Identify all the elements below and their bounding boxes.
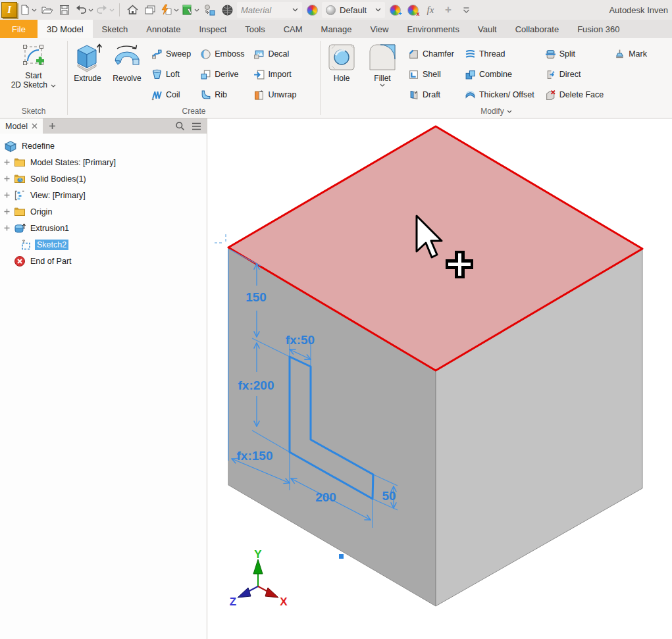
rib-icon (200, 89, 211, 101)
expand-icon[interactable] (3, 159, 11, 165)
import-button[interactable]: Import (251, 66, 298, 83)
open-button[interactable] (39, 2, 55, 18)
draft-button[interactable]: Draft (406, 86, 456, 103)
tab-3d-model[interactable]: 3D Model (38, 20, 93, 38)
thicken-offset-button[interactable]: Thicken/ Offset (463, 86, 536, 103)
chamfer-button[interactable]: Chamfer (406, 45, 456, 63)
axis-triad: Y Z X (230, 548, 288, 608)
tab-cam[interactable]: CAM (274, 20, 312, 38)
decal-icon (253, 49, 265, 60)
material-dropdown[interactable]: Material (237, 2, 302, 18)
material-browser-button[interactable] (304, 2, 320, 18)
panel-modify: Hole Fillet Chamfer (321, 38, 672, 118)
expand-icon[interactable] (3, 209, 11, 215)
customize-caret-icon (463, 7, 470, 13)
tab-sketch[interactable]: Sketch (93, 20, 138, 38)
emboss-button[interactable]: Emboss (198, 45, 246, 63)
loft-icon (151, 69, 163, 80)
tab-environments[interactable]: Environments (398, 20, 469, 38)
tree-item-end-of-part[interactable]: End of Part (0, 253, 207, 269)
shell-button[interactable]: Shell (406, 66, 456, 83)
iproperties-button[interactable] (201, 2, 217, 18)
panel-label-modify[interactable]: Modify (321, 105, 672, 118)
mark-button[interactable]: Mark (612, 45, 649, 63)
direct-button[interactable]: Direct (543, 66, 606, 83)
add-command-button[interactable]: + (440, 2, 456, 18)
decal-button[interactable]: Decal (251, 45, 298, 63)
sweep-button[interactable]: Sweep (149, 45, 193, 63)
derive-button[interactable]: Derive (198, 66, 246, 83)
tree-item-model-states[interactable]: Model States: [Primary] (0, 154, 207, 170)
quick-launch-button[interactable] (160, 2, 179, 18)
browser-tab-model[interactable]: Model (0, 118, 43, 134)
import-icon (253, 69, 265, 80)
sketch-point[interactable] (339, 554, 344, 559)
tree-item-view[interactable]: View: [Primary] (0, 187, 207, 203)
appearance-dropdown[interactable]: Default (322, 2, 385, 18)
tab-vault[interactable]: Vault (469, 20, 506, 38)
tab-manage[interactable]: Manage (312, 20, 361, 38)
start-2d-sketch-button[interactable]: Start 2D Sketch (9, 41, 59, 91)
tab-tools[interactable]: Tools (236, 20, 274, 38)
render-button[interactable] (219, 2, 235, 18)
browser-add-tab-button[interactable] (43, 118, 62, 134)
tree-item-extrusion1[interactable]: Extrusion1 (0, 220, 207, 236)
clear-appearance-button[interactable]: x (405, 2, 421, 18)
create-column-1: Sweep Loft Coil (149, 41, 193, 103)
extrude-button[interactable]: Extrude (70, 41, 105, 85)
tab-fusion-360[interactable]: Fusion 360 (568, 20, 629, 38)
appearance-override-button[interactable] (181, 2, 199, 18)
appearance-dropdown-value: Default (340, 5, 371, 15)
lightning-icon (160, 4, 173, 16)
thicken-offset-icon (465, 89, 476, 101)
save-button[interactable] (57, 2, 72, 18)
delete-face-button[interactable]: Delete Face (543, 86, 606, 103)
search-icon[interactable] (175, 121, 185, 131)
browser-menu-icon[interactable] (192, 122, 201, 130)
panel-label-sketch: Sketch (0, 105, 67, 118)
split-icon (545, 49, 556, 60)
split-button[interactable]: Split (543, 45, 606, 63)
tab-file[interactable]: File (0, 20, 38, 38)
rib-button[interactable]: Rib (198, 86, 246, 103)
loft-button[interactable]: Loft (149, 66, 193, 83)
mark-icon (614, 49, 625, 60)
tab-collaborate[interactable]: Collaborate (506, 20, 569, 38)
home-button[interactable] (124, 2, 140, 18)
dim-fx150-label: fx:150 (237, 449, 273, 463)
undo-button[interactable] (74, 2, 93, 18)
tree-item-origin[interactable]: Origin (0, 203, 207, 220)
chevron-down-icon (194, 9, 199, 12)
tab-view[interactable]: View (361, 20, 398, 38)
extrude-icon (72, 42, 103, 72)
expand-icon[interactable] (3, 225, 11, 231)
switch-window-button[interactable] (142, 2, 158, 18)
coil-button[interactable]: Coil (149, 86, 193, 103)
customize-qat-button[interactable] (458, 2, 474, 18)
close-icon[interactable] (32, 123, 38, 129)
tab-annotate[interactable]: Annotate (137, 20, 190, 38)
revolve-icon (112, 42, 142, 72)
tab-inspect[interactable]: Inspect (190, 20, 236, 38)
thread-button[interactable]: Thread (463, 45, 536, 63)
combine-button[interactable]: Combine (463, 66, 536, 83)
home-icon (126, 4, 139, 16)
tree-item-sketch2[interactable]: Sketch2 (0, 236, 207, 253)
app-logo-button[interactable]: I (1, 2, 17, 18)
expand-icon[interactable] (3, 176, 11, 182)
redo-button[interactable] (95, 2, 115, 18)
shell-icon (408, 69, 419, 80)
parameters-button[interactable]: fx (423, 2, 438, 18)
hole-button[interactable]: Hole (324, 41, 359, 85)
create-column-3: Decal Import Unwrap (251, 41, 298, 103)
tree-item-part[interactable]: Redefine (0, 138, 207, 154)
fillet-button[interactable]: Fillet (365, 41, 400, 88)
adjust-appearance-button[interactable]: + (387, 2, 403, 18)
new-file-button[interactable] (19, 2, 37, 18)
tree-item-solid-bodies[interactable]: Solid Bodies(1) (0, 170, 207, 187)
revolve-button[interactable]: Revolve (110, 41, 144, 85)
extrusion-icon (14, 222, 26, 234)
unwrap-button[interactable]: Unwrap (251, 86, 298, 103)
expand-icon[interactable] (3, 192, 11, 198)
viewport-3d[interactable]: 150 fx:50 fx:200 fx:150 200 50 Y Z X (207, 118, 672, 639)
